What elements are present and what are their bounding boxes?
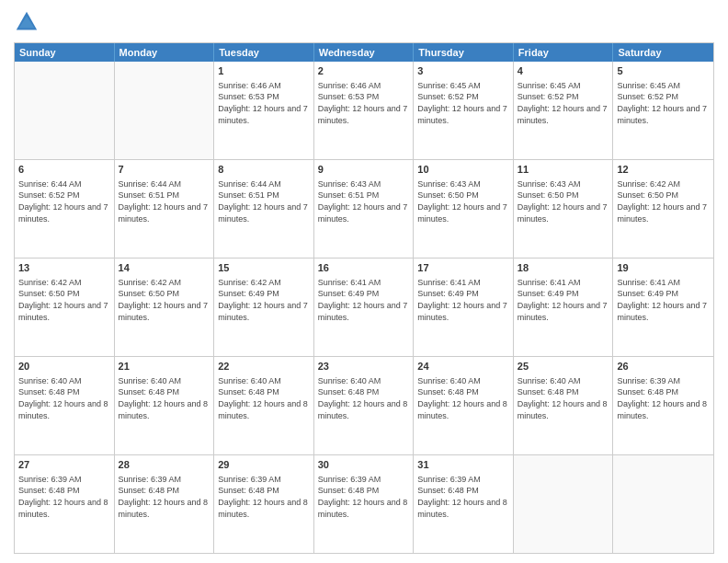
weekday-header: Saturday — [613, 43, 713, 62]
calendar-cell: 26Sunrise: 6:39 AM Sunset: 6:48 PM Dayli… — [613, 357, 713, 454]
day-number: 28 — [119, 458, 210, 472]
header — [14, 9, 714, 35]
day-info: Sunrise: 6:44 AM Sunset: 6:51 PM Dayligh… — [218, 179, 308, 224]
calendar-body: 1Sunrise: 6:46 AM Sunset: 6:53 PM Daylig… — [15, 62, 713, 553]
day-number: 1 — [218, 64, 310, 78]
day-number: 23 — [318, 360, 410, 373]
day-number: 17 — [417, 261, 509, 275]
day-number: 31 — [417, 458, 509, 472]
calendar-cell — [514, 455, 614, 553]
calendar-cell: 16Sunrise: 6:41 AM Sunset: 6:49 PM Dayli… — [314, 259, 415, 356]
weekday-header: Thursday — [414, 43, 514, 62]
calendar-cell: 15Sunrise: 6:42 AM Sunset: 6:49 PM Dayli… — [214, 259, 314, 356]
day-number: 22 — [218, 360, 310, 373]
day-info: Sunrise: 6:40 AM Sunset: 6:48 PM Dayligh… — [417, 376, 507, 420]
calendar-cell: 24Sunrise: 6:40 AM Sunset: 6:48 PM Dayli… — [414, 357, 514, 454]
day-info: Sunrise: 6:39 AM Sunset: 6:48 PM Dayligh… — [417, 475, 507, 519]
day-info: Sunrise: 6:40 AM Sunset: 6:48 PM Dayligh… — [218, 376, 308, 420]
calendar-cell: 1Sunrise: 6:46 AM Sunset: 6:53 PM Daylig… — [214, 62, 314, 159]
day-info: Sunrise: 6:40 AM Sunset: 6:48 PM Dayligh… — [318, 376, 408, 420]
calendar-cell: 5Sunrise: 6:45 AM Sunset: 6:52 PM Daylig… — [613, 62, 713, 159]
weekday-header: Wednesday — [314, 43, 415, 62]
day-number: 4 — [518, 64, 609, 78]
day-info: Sunrise: 6:42 AM Sunset: 6:50 PM Dayligh… — [617, 179, 707, 224]
day-info: Sunrise: 6:39 AM Sunset: 6:48 PM Dayligh… — [119, 475, 209, 519]
calendar-cell: 23Sunrise: 6:40 AM Sunset: 6:48 PM Dayli… — [314, 357, 415, 454]
day-number: 27 — [18, 458, 110, 472]
calendar-cell: 10Sunrise: 6:43 AM Sunset: 6:50 PM Dayli… — [414, 160, 514, 258]
day-info: Sunrise: 6:40 AM Sunset: 6:48 PM Dayligh… — [18, 376, 108, 420]
weekday-header: Tuesday — [214, 43, 314, 62]
calendar-header: SundayMondayTuesdayWednesdayThursdayFrid… — [15, 43, 713, 62]
day-info: Sunrise: 6:39 AM Sunset: 6:48 PM Dayligh… — [318, 475, 408, 519]
day-number: 16 — [318, 261, 410, 275]
day-info: Sunrise: 6:42 AM Sunset: 6:50 PM Dayligh… — [119, 278, 209, 322]
calendar-cell: 21Sunrise: 6:40 AM Sunset: 6:48 PM Dayli… — [115, 357, 215, 454]
day-number: 2 — [318, 64, 410, 78]
day-info: Sunrise: 6:45 AM Sunset: 6:52 PM Dayligh… — [518, 81, 608, 125]
calendar-cell: 3Sunrise: 6:45 AM Sunset: 6:52 PM Daylig… — [414, 62, 514, 159]
calendar-cell: 27Sunrise: 6:39 AM Sunset: 6:48 PM Dayli… — [15, 455, 115, 553]
calendar-cell: 17Sunrise: 6:41 AM Sunset: 6:49 PM Dayli… — [414, 259, 514, 356]
logo-icon — [14, 9, 40, 35]
calendar-cell: 2Sunrise: 6:46 AM Sunset: 6:53 PM Daylig… — [314, 62, 415, 159]
calendar-week-row: 13Sunrise: 6:42 AM Sunset: 6:50 PM Dayli… — [15, 258, 713, 356]
calendar-cell: 6Sunrise: 6:44 AM Sunset: 6:52 PM Daylig… — [15, 160, 115, 258]
calendar-week-row: 27Sunrise: 6:39 AM Sunset: 6:48 PM Dayli… — [15, 454, 713, 553]
day-info: Sunrise: 6:46 AM Sunset: 6:53 PM Dayligh… — [218, 81, 308, 125]
day-info: Sunrise: 6:43 AM Sunset: 6:50 PM Dayligh… — [417, 179, 507, 224]
calendar-cell: 22Sunrise: 6:40 AM Sunset: 6:48 PM Dayli… — [214, 357, 314, 454]
calendar-cell: 9Sunrise: 6:43 AM Sunset: 6:51 PM Daylig… — [314, 160, 415, 258]
day-number: 8 — [218, 163, 310, 177]
day-number: 3 — [417, 64, 509, 78]
day-number: 18 — [518, 261, 609, 275]
calendar-cell: 12Sunrise: 6:42 AM Sunset: 6:50 PM Dayli… — [613, 160, 713, 258]
calendar-cell — [15, 62, 115, 159]
day-number: 24 — [417, 360, 509, 373]
day-info: Sunrise: 6:44 AM Sunset: 6:52 PM Dayligh… — [18, 179, 108, 224]
calendar-cell: 29Sunrise: 6:39 AM Sunset: 6:48 PM Dayli… — [214, 455, 314, 553]
day-info: Sunrise: 6:41 AM Sunset: 6:49 PM Dayligh… — [318, 278, 408, 322]
weekday-header: Friday — [514, 43, 614, 62]
day-info: Sunrise: 6:45 AM Sunset: 6:52 PM Dayligh… — [617, 81, 707, 125]
day-number: 15 — [218, 261, 310, 275]
calendar-week-row: 1Sunrise: 6:46 AM Sunset: 6:53 PM Daylig… — [15, 62, 713, 159]
calendar-cell: 25Sunrise: 6:40 AM Sunset: 6:48 PM Dayli… — [514, 357, 614, 454]
day-number: 19 — [617, 261, 710, 275]
day-info: Sunrise: 6:40 AM Sunset: 6:48 PM Dayligh… — [518, 376, 608, 420]
logo — [14, 9, 43, 35]
calendar-cell: 31Sunrise: 6:39 AM Sunset: 6:48 PM Dayli… — [414, 455, 514, 553]
weekday-header: Sunday — [15, 43, 115, 62]
day-number: 11 — [518, 163, 609, 177]
day-info: Sunrise: 6:41 AM Sunset: 6:49 PM Dayligh… — [518, 278, 608, 322]
day-info: Sunrise: 6:43 AM Sunset: 6:50 PM Dayligh… — [518, 179, 608, 224]
calendar-cell: 30Sunrise: 6:39 AM Sunset: 6:48 PM Dayli… — [314, 455, 415, 553]
calendar-cell: 20Sunrise: 6:40 AM Sunset: 6:48 PM Dayli… — [15, 357, 115, 454]
calendar-cell — [613, 455, 713, 553]
calendar-cell: 18Sunrise: 6:41 AM Sunset: 6:49 PM Dayli… — [514, 259, 614, 356]
day-number: 20 — [18, 360, 110, 373]
calendar-week-row: 6Sunrise: 6:44 AM Sunset: 6:52 PM Daylig… — [15, 159, 713, 258]
day-number: 12 — [617, 163, 710, 177]
day-info: Sunrise: 6:42 AM Sunset: 6:50 PM Dayligh… — [18, 278, 108, 322]
day-info: Sunrise: 6:44 AM Sunset: 6:51 PM Dayligh… — [119, 179, 209, 224]
calendar-cell: 14Sunrise: 6:42 AM Sunset: 6:50 PM Dayli… — [115, 259, 215, 356]
day-number: 25 — [518, 360, 609, 373]
day-info: Sunrise: 6:40 AM Sunset: 6:48 PM Dayligh… — [119, 376, 209, 420]
day-info: Sunrise: 6:42 AM Sunset: 6:49 PM Dayligh… — [218, 278, 308, 322]
calendar-cell: 19Sunrise: 6:41 AM Sunset: 6:49 PM Dayli… — [613, 259, 713, 356]
day-info: Sunrise: 6:46 AM Sunset: 6:53 PM Dayligh… — [318, 81, 408, 125]
day-number: 14 — [119, 261, 210, 275]
calendar-cell: 8Sunrise: 6:44 AM Sunset: 6:51 PM Daylig… — [214, 160, 314, 258]
day-number: 10 — [417, 163, 509, 177]
page: SundayMondayTuesdayWednesdayThursdayFrid… — [0, 0, 728, 563]
day-number: 13 — [18, 261, 110, 275]
day-info: Sunrise: 6:45 AM Sunset: 6:52 PM Dayligh… — [417, 81, 507, 125]
day-number: 21 — [119, 360, 210, 373]
day-info: Sunrise: 6:39 AM Sunset: 6:48 PM Dayligh… — [617, 376, 707, 420]
calendar-cell: 7Sunrise: 6:44 AM Sunset: 6:51 PM Daylig… — [115, 160, 215, 258]
day-number: 30 — [318, 458, 410, 472]
day-info: Sunrise: 6:41 AM Sunset: 6:49 PM Dayligh… — [617, 278, 707, 322]
calendar-cell: 4Sunrise: 6:45 AM Sunset: 6:52 PM Daylig… — [514, 62, 614, 159]
day-number: 9 — [318, 163, 410, 177]
